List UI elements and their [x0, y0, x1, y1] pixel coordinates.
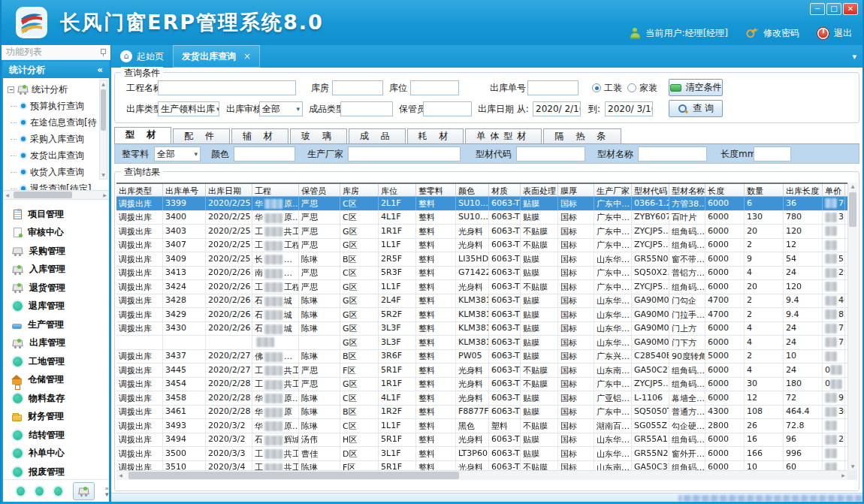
grid-header-cell[interactable]: 出库日期	[206, 184, 252, 196]
order-no-input[interactable]	[527, 80, 579, 95]
sidebar-menu-item[interactable]: 结转管理	[3, 426, 109, 445]
tab-home[interactable]: ⌂ 起始页	[111, 45, 173, 68]
pin-icon[interactable]	[100, 49, 106, 56]
sidebar-menu-item[interactable]: 出库管理	[3, 334, 109, 353]
grid-header-cell[interactable]: 生产厂家	[594, 184, 632, 196]
tabstrip-overflow-icon[interactable]: ▾	[852, 52, 862, 62]
dock-module-icon[interactable]	[54, 487, 62, 496]
out-audit-combo[interactable]: 全部 ▾	[259, 101, 303, 116]
dock-module-icon[interactable]	[17, 487, 25, 496]
sidebar-menu-item[interactable]: 仓储管理	[3, 371, 109, 390]
sidebar-menu-item[interactable]: 项目管理	[3, 205, 109, 224]
length-input[interactable]	[754, 146, 791, 161]
material-tab[interactable]: 玻 璃	[290, 128, 347, 143]
date-from-picker[interactable]: 2020/ 2/16 ▾	[533, 101, 581, 116]
table-row[interactable]: 调拨出库34132020/2/26南…严思C区5R3F整料G714226063-…	[116, 267, 857, 281]
radio-industrial[interactable]: 工装	[592, 80, 622, 95]
table-row[interactable]: 调拨出库34292020/2/26石城陈琳G区5R2F整料KLM38176063…	[116, 308, 857, 322]
table-row[interactable]: 调拨出库33992020/2/25华原…严思C区2L1F整料SU10…6063-…	[116, 197, 857, 211]
grid-header-cell[interactable]: 数量	[745, 184, 784, 196]
grid-header-cell[interactable]: 工程	[252, 184, 299, 196]
table-row[interactable]: 调拨出库34092020/2/25长…陈琳B区2R5F整料LI35HD6063-…	[116, 252, 857, 267]
sidebar-menu-item[interactable]: 报废管理	[3, 463, 109, 481]
sidebar-menu-item[interactable]: 工地管理	[3, 352, 109, 371]
profile-code-input[interactable]	[516, 146, 585, 161]
profile-name-input[interactable]	[638, 146, 707, 161]
maximize-button[interactable]: □	[826, 3, 841, 15]
grid-header-cell[interactable]: 长度	[705, 184, 745, 196]
tab-shipment-query[interactable]: 发货出库查询 ×	[173, 45, 260, 68]
grid-header-cell[interactable]: 材质	[489, 184, 521, 196]
sidebar-menu-item[interactable]: 退库管理	[3, 297, 109, 316]
sidebar-menu-item[interactable]: 物料盘存	[3, 389, 109, 408]
table-row[interactable]: 调拨出库34302020/2/26石城陈琳G区3L3F整料KLM38176063…	[116, 322, 857, 337]
dock-overflow-button[interactable]: » ▾	[105, 485, 110, 497]
tree-horizontal-scrollbar[interactable]: ◀ ▶	[3, 191, 109, 200]
grid-header-cell[interactable]: 库房	[340, 184, 379, 196]
material-tab[interactable]: 成 品	[349, 128, 406, 143]
tree-item[interactable]: 预算执行查询	[8, 98, 98, 114]
scrollbar-thumb[interactable]	[849, 192, 856, 227]
tree-item[interactable]: 发货出库查询	[8, 147, 98, 164]
location-input[interactable]	[410, 80, 459, 95]
grid-header-cell[interactable]: 出库类型	[116, 184, 163, 196]
sidebar-section-header[interactable]: 统计分析 «	[3, 62, 109, 78]
table-row[interactable]: 调拨出库34372020/2/27佛…陈琳B区3R6F整料PW056063-T5…	[116, 350, 857, 364]
tree-item[interactable]: 收货入库查询	[8, 164, 98, 180]
grid-header-cell[interactable]: 膜厚	[558, 184, 594, 196]
table-row[interactable]: 调拨出库34582020/2/28华原…陈琳C区4L1F整料光身料6063-T5…	[116, 391, 857, 406]
grid-header-cell[interactable]: 保管员	[299, 184, 340, 196]
scrollbar-thumb[interactable]	[101, 89, 106, 131]
radio-home[interactable]: 家装	[627, 80, 657, 95]
dock-module-icon[interactable]	[35, 487, 44, 496]
sidebar-menu-item[interactable]: 生产管理	[3, 315, 109, 334]
grid-header-cell[interactable]: 表面处理	[521, 184, 558, 196]
close-button[interactable]: ✕	[843, 3, 858, 15]
tree-item[interactable]: 采购入库查询	[8, 131, 98, 147]
material-tab[interactable]: 耗 材	[407, 128, 464, 143]
whole-part-combo[interactable]: 全部 ▾	[154, 146, 201, 161]
logout-link[interactable]: 退出	[834, 27, 852, 40]
grid-header-cell[interactable]: 出库单号	[163, 184, 206, 196]
room-input[interactable]	[332, 80, 383, 95]
change-password-link[interactable]: 修改密码	[763, 27, 799, 40]
out-type-combo[interactable]: 生产领料出库 ▾	[158, 101, 219, 116]
table-row[interactable]: 调拨出库34242020/2/26工工程严思G区1L1F整料光身料6063-T5…	[116, 280, 857, 294]
scroll-down-icon[interactable]: ▼	[100, 171, 107, 179]
scrollbar-thumb[interactable]	[128, 472, 459, 479]
tree-root-node[interactable]: 统计分析	[8, 81, 98, 98]
scroll-right-icon[interactable]: ▶	[839, 471, 847, 480]
table-row[interactable]: 调拨出库34032020/2/25工共工程严思G区1R1F整料光身料6063-T…	[116, 225, 857, 239]
grid-header-cell[interactable]: 颜色	[456, 184, 489, 196]
project-name-input[interactable]	[158, 80, 296, 95]
tree-item[interactable]: 在途信息查询[待	[8, 114, 98, 131]
scroll-right-icon[interactable]: ▶	[101, 191, 109, 199]
material-tab[interactable]: 辅 材	[231, 128, 289, 143]
table-row[interactable]: 调拨出库34282020/2/26石城陈琳G区2L4F整料KLM38176063…	[116, 294, 857, 309]
collapse-icon[interactable]: «	[97, 65, 103, 75]
grid-header-cell[interactable]: 整零料	[416, 184, 456, 196]
table-row[interactable]: 调拨出库34452020/2/27工共工程严思F区5R1F整料光身料6063-T…	[116, 364, 857, 378]
material-tab[interactable]: 单体型材	[465, 128, 542, 143]
grid-header-cell[interactable]: 出库长度	[784, 184, 823, 196]
grid-header-cell[interactable]: 型材代码	[632, 184, 669, 196]
tree-item[interactable]: 退货查询[待定]	[8, 180, 98, 191]
tree-vertical-scrollbar[interactable]: ▲ ▼	[99, 80, 107, 180]
product-type-input[interactable]	[340, 101, 393, 116]
grid-vertical-scrollbar[interactable]: ▲ ▼	[847, 183, 857, 470]
sidebar-menu-item[interactable]: 采购管理	[3, 242, 109, 261]
scroll-up-icon[interactable]: ▲	[100, 80, 107, 88]
clear-conditions-button[interactable]: 清空条件	[669, 79, 723, 96]
tab-close-icon[interactable]: ×	[243, 51, 251, 62]
sidebar-menu-item[interactable]: 补单中心	[3, 445, 109, 463]
minimize-button[interactable]: −	[810, 3, 825, 15]
dock-cart-button[interactable]	[73, 482, 94, 500]
scrollbar-thumb[interactable]	[14, 192, 72, 198]
date-to-picker[interactable]: 2020/ 3/16 ▾	[605, 101, 653, 116]
search-button[interactable]: 查 询	[669, 100, 723, 117]
scroll-left-icon[interactable]: ◀	[3, 191, 11, 199]
grid-horizontal-scrollbar[interactable]: ◀ ▶	[116, 470, 847, 480]
table-row[interactable]: G区3L3F整料KLM38176063-T5贴膜国标山东华…GA90M09.门下…	[116, 336, 857, 350]
sidebar-menu-item[interactable]: 入库管理	[3, 261, 109, 279]
material-tab[interactable]: 型 材	[114, 127, 171, 143]
